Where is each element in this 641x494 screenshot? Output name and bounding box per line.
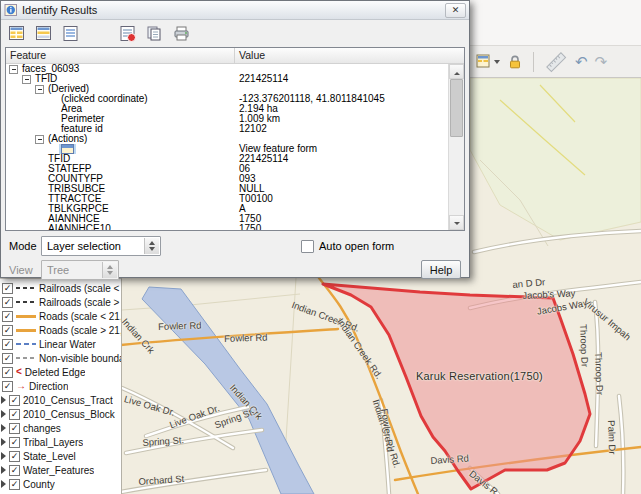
table-row[interactable]: TBLKGRPCEA [6, 204, 448, 214]
layer-group-item[interactable]: ✓State_Level [0, 449, 121, 463]
scroll-up-icon[interactable] [449, 64, 464, 79]
table-row[interactable]: faces_06093 [6, 64, 448, 74]
feature-text: (Actions) [48, 134, 87, 144]
close-button[interactable]: ✕ [445, 3, 466, 18]
layer-group-item[interactable]: ✓2010_Census_Block [0, 407, 121, 421]
layer-group-item[interactable]: ✓2010_Census_Tract [0, 393, 121, 407]
layer-checkbox[interactable]: ✓ [2, 325, 13, 336]
table-row[interactable]: TFID221425114 [6, 74, 448, 84]
value-column-header[interactable]: Value [235, 48, 269, 63]
layer-item[interactable]: ✓Non-visible boundaries [0, 351, 121, 365]
measure-icon[interactable] [542, 50, 570, 74]
feature-column-header[interactable]: Feature [6, 48, 235, 63]
table-row[interactable]: STATEFP06 [6, 164, 448, 174]
layer-group-item[interactable]: ✓County [0, 477, 121, 491]
table-row[interactable]: (Derived) [6, 84, 448, 94]
table-row[interactable]: TTRACTCET00100 [6, 194, 448, 204]
undo-icon[interactable]: ↶ [573, 50, 590, 74]
expand-arrow-icon[interactable] [1, 410, 6, 418]
expand-arrow-icon[interactable] [1, 396, 6, 404]
expand-arrow-icon[interactable] [1, 466, 6, 474]
layer-item[interactable]: ✓→Direction [0, 379, 121, 393]
layer-checkbox[interactable]: ✓ [2, 297, 13, 308]
layer-checkbox[interactable]: ✓ [2, 381, 13, 392]
layer-label: Non-visible boundaries [39, 353, 121, 364]
layer-checkbox[interactable]: ✓ [9, 451, 20, 462]
layer-checkbox[interactable]: ✓ [9, 409, 20, 420]
value-cell: 1.009 km [235, 114, 448, 124]
table-row[interactable]: Perimeter1.009 km [6, 114, 448, 124]
print-icon[interactable] [169, 22, 193, 46]
layer-item[interactable]: ✓Roads (scale < 21,000) [0, 309, 121, 323]
layer-checkbox[interactable]: ✓ [2, 367, 13, 378]
scrollbar-thumb[interactable] [450, 79, 463, 137]
layer-checkbox[interactable]: ✓ [9, 479, 20, 490]
table-row[interactable]: COUNTYFP093 [6, 174, 448, 184]
table-row[interactable]: (Actions) [6, 134, 448, 144]
collapse-expander-icon[interactable] [35, 135, 44, 144]
feature-text: COUNTYFP [48, 174, 103, 184]
table-row[interactable]: View feature form [6, 144, 448, 154]
layer-group-item[interactable]: ✓Water_Features [0, 463, 121, 477]
layer-checkbox[interactable]: ✓ [2, 353, 13, 364]
mode-select[interactable]: Layer selection [41, 236, 161, 256]
layer-item[interactable]: ✓Railroads (scale > 21,... [0, 295, 121, 309]
tree-scrollbar[interactable] [448, 64, 464, 230]
auto-open-checkbox[interactable] [301, 240, 314, 253]
collapse-expander-icon[interactable] [35, 85, 44, 94]
layer-checkbox[interactable]: ✓ [2, 311, 13, 322]
scroll-down-icon[interactable] [449, 215, 464, 230]
redo-icon[interactable]: ↷ [593, 50, 610, 74]
tree-header[interactable]: Feature Value [6, 48, 464, 64]
layer-item[interactable]: ✓Railroads (scale < 21,... [0, 281, 121, 295]
copy-feature-icon[interactable] [142, 22, 166, 46]
lock-icon[interactable] [505, 50, 525, 74]
water-symbol-icon [16, 343, 36, 345]
layer-group-item[interactable]: ✓Tribal_Layers [0, 435, 121, 449]
collapse-expander-icon[interactable] [9, 65, 18, 74]
layer-checkbox[interactable]: ✓ [9, 437, 20, 448]
expand-arrow-icon[interactable] [1, 424, 6, 432]
feature-cell: TTRACTCE [6, 194, 235, 204]
table-row[interactable]: feature id12102 [6, 124, 448, 134]
feature-cell [6, 144, 235, 154]
layer-checkbox[interactable]: ✓ [2, 283, 13, 294]
actions-dropdown-icon[interactable] [473, 50, 502, 74]
feature-cell: (Actions) [6, 134, 235, 144]
table-row[interactable]: AIANNHCE1750 [6, 214, 448, 224]
value-cell: -123.376201118, 41.8011841045 [235, 94, 448, 104]
scrollbar-track[interactable] [449, 79, 464, 215]
clear-results-icon[interactable] [115, 22, 139, 46]
table-row[interactable]: Area2.194 ha [6, 104, 448, 114]
table-row[interactable]: TRIBSUBCENULL [6, 184, 448, 194]
feature-text: (Derived) [48, 84, 89, 94]
map-navigation-toolbar: ↶ ↷ [470, 45, 641, 77]
combo-arrows-icon [144, 238, 159, 254]
form-action-icon[interactable] [61, 144, 74, 154]
expand-arrow-icon[interactable] [1, 438, 6, 446]
layer-checkbox[interactable]: ✓ [2, 339, 13, 350]
dialog-titlebar[interactable]: Identify Results ✕ [1, 1, 469, 20]
layer-checkbox[interactable]: ✓ [9, 465, 20, 476]
layer-item[interactable]: ✓Linear Water [0, 337, 121, 351]
layer-item[interactable]: ✓<Deleted Edge [0, 365, 121, 379]
view-select[interactable]: Tree [41, 260, 119, 280]
expand-arrow-icon[interactable] [1, 452, 6, 460]
layer-checkbox[interactable]: ✓ [9, 395, 20, 406]
table-row[interactable]: TFID221425114 [6, 154, 448, 164]
table-row[interactable]: (clicked coordinate)-123.376201118, 41.8… [6, 94, 448, 104]
expand-arrow-icon[interactable] [1, 480, 6, 488]
table-row[interactable]: AIANNHCE101750 [6, 224, 448, 230]
expand-new-results-icon[interactable] [58, 22, 82, 46]
tree-rows: faces_06093TFID221425114(Derived)(clicke… [6, 64, 448, 230]
expand-tree-icon[interactable] [4, 22, 28, 46]
help-button[interactable]: Help [421, 260, 461, 279]
layer-group-item[interactable]: ✓changes [0, 421, 121, 435]
collapse-tree-icon[interactable] [31, 22, 55, 46]
layer-label: Roads (scale < 21,000) [39, 311, 121, 322]
feature-text: AIANNHCE [48, 214, 100, 224]
feature-text: TBLKGRPCE [48, 204, 109, 214]
layer-item[interactable]: ✓Roads (scale > 21,000) [0, 323, 121, 337]
layer-checkbox[interactable]: ✓ [9, 423, 20, 434]
collapse-expander-icon[interactable] [22, 75, 31, 84]
